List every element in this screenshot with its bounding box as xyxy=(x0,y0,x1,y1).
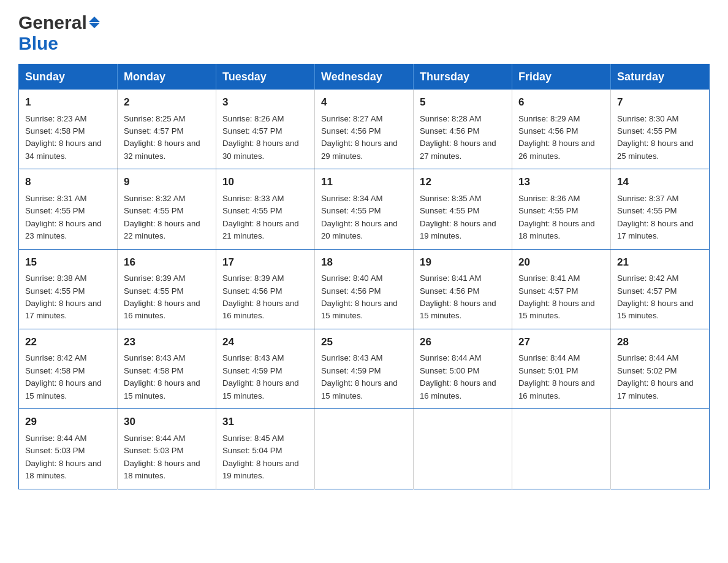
day-info: Sunrise: 8:41 AMSunset: 4:56 PMDaylight:… xyxy=(420,274,496,320)
calendar-cell: 24 Sunrise: 8:43 AMSunset: 4:59 PMDaylig… xyxy=(216,329,315,408)
calendar-cell xyxy=(315,409,414,489)
calendar-cell: 27 Sunrise: 8:44 AMSunset: 5:01 PMDaylig… xyxy=(512,329,611,408)
calendar-cell: 8 Sunrise: 8:31 AMSunset: 4:55 PMDayligh… xyxy=(19,169,118,249)
calendar-week-row: 1 Sunrise: 8:23 AMSunset: 4:58 PMDayligh… xyxy=(19,90,710,169)
day-info: Sunrise: 8:37 AMSunset: 4:55 PMDaylight:… xyxy=(617,194,694,240)
calendar-cell: 25 Sunrise: 8:43 AMSunset: 4:59 PMDaylig… xyxy=(315,329,414,408)
calendar-cell: 30 Sunrise: 8:44 AMSunset: 5:03 PMDaylig… xyxy=(118,409,216,489)
calendar-cell: 2 Sunrise: 8:25 AMSunset: 4:57 PMDayligh… xyxy=(118,90,216,169)
calendar-cell: 1 Sunrise: 8:23 AMSunset: 4:58 PMDayligh… xyxy=(19,90,118,169)
logo-general-text: General xyxy=(18,12,87,33)
calendar-cell: 6 Sunrise: 8:29 AMSunset: 4:56 PMDayligh… xyxy=(512,90,611,169)
day-info: Sunrise: 8:40 AMSunset: 4:56 PMDaylight:… xyxy=(321,274,398,320)
calendar-cell: 29 Sunrise: 8:44 AMSunset: 5:03 PMDaylig… xyxy=(19,409,118,489)
day-info: Sunrise: 8:43 AMSunset: 4:58 PMDaylight:… xyxy=(124,353,200,400)
day-number: 7 xyxy=(617,94,703,110)
calendar-cell: 20 Sunrise: 8:41 AMSunset: 4:57 PMDaylig… xyxy=(512,249,611,329)
day-number: 4 xyxy=(321,94,407,110)
calendar-cell: 3 Sunrise: 8:26 AMSunset: 4:57 PMDayligh… xyxy=(216,90,315,169)
calendar-cell: 23 Sunrise: 8:43 AMSunset: 4:58 PMDaylig… xyxy=(118,329,216,408)
day-info: Sunrise: 8:44 AMSunset: 5:02 PMDaylight:… xyxy=(617,353,694,400)
calendar-cell xyxy=(512,409,611,489)
day-number: 26 xyxy=(420,334,506,350)
day-info: Sunrise: 8:44 AMSunset: 5:01 PMDaylight:… xyxy=(518,353,595,400)
day-info: Sunrise: 8:42 AMSunset: 4:58 PMDaylight:… xyxy=(25,353,102,400)
logo: General Blue xyxy=(18,12,100,54)
calendar-cell: 12 Sunrise: 8:35 AMSunset: 4:55 PMDaylig… xyxy=(414,169,512,249)
calendar-cell xyxy=(611,409,710,489)
day-number: 19 xyxy=(420,255,506,270)
day-info: Sunrise: 8:38 AMSunset: 4:55 PMDaylight:… xyxy=(25,274,102,320)
day-number: 18 xyxy=(321,255,407,270)
calendar-week-row: 8 Sunrise: 8:31 AMSunset: 4:55 PMDayligh… xyxy=(19,169,710,249)
calendar-cell: 16 Sunrise: 8:39 AMSunset: 4:55 PMDaylig… xyxy=(118,249,216,329)
day-info: Sunrise: 8:34 AMSunset: 4:55 PMDaylight:… xyxy=(321,194,398,240)
day-info: Sunrise: 8:30 AMSunset: 4:55 PMDaylight:… xyxy=(617,114,694,161)
calendar-cell: 14 Sunrise: 8:37 AMSunset: 4:55 PMDaylig… xyxy=(611,169,710,249)
calendar-cell: 15 Sunrise: 8:38 AMSunset: 4:55 PMDaylig… xyxy=(19,249,118,329)
day-number: 3 xyxy=(222,94,308,110)
day-number: 12 xyxy=(420,174,506,190)
day-number: 2 xyxy=(124,94,210,110)
day-number: 10 xyxy=(222,174,308,190)
day-number: 31 xyxy=(222,414,308,430)
day-number: 5 xyxy=(420,94,506,110)
day-info: Sunrise: 8:28 AMSunset: 4:56 PMDaylight:… xyxy=(420,114,496,161)
day-info: Sunrise: 8:44 AMSunset: 5:03 PMDaylight:… xyxy=(25,434,102,480)
calendar-cell: 21 Sunrise: 8:42 AMSunset: 4:57 PMDaylig… xyxy=(611,249,710,329)
day-number: 21 xyxy=(617,255,703,270)
calendar-header-tuesday: Tuesday xyxy=(216,64,315,90)
logo-blue-text: Blue xyxy=(18,33,58,54)
day-number: 1 xyxy=(25,94,111,110)
calendar-header-saturday: Saturday xyxy=(611,64,710,90)
calendar-cell: 22 Sunrise: 8:42 AMSunset: 4:58 PMDaylig… xyxy=(19,329,118,408)
day-number: 17 xyxy=(222,255,308,270)
day-number: 15 xyxy=(25,255,111,270)
day-number: 23 xyxy=(124,334,210,350)
calendar-cell: 4 Sunrise: 8:27 AMSunset: 4:56 PMDayligh… xyxy=(315,90,414,169)
day-info: Sunrise: 8:39 AMSunset: 4:56 PMDaylight:… xyxy=(222,274,299,320)
calendar-header-thursday: Thursday xyxy=(414,64,512,90)
day-number: 20 xyxy=(518,255,604,270)
day-info: Sunrise: 8:25 AMSunset: 4:57 PMDaylight:… xyxy=(124,114,200,161)
day-number: 24 xyxy=(222,334,308,350)
calendar-header-friday: Friday xyxy=(512,64,611,90)
day-number: 16 xyxy=(124,255,210,270)
day-info: Sunrise: 8:39 AMSunset: 4:55 PMDaylight:… xyxy=(124,274,200,320)
calendar-cell: 10 Sunrise: 8:33 AMSunset: 4:55 PMDaylig… xyxy=(216,169,315,249)
calendar-table: SundayMondayTuesdayWednesdayThursdayFrid… xyxy=(18,64,710,489)
calendar-header-monday: Monday xyxy=(118,64,216,90)
day-number: 8 xyxy=(25,174,111,190)
day-info: Sunrise: 8:33 AMSunset: 4:55 PMDaylight:… xyxy=(222,194,299,240)
day-number: 9 xyxy=(124,174,210,190)
calendar-header-row: SundayMondayTuesdayWednesdayThursdayFrid… xyxy=(19,64,710,90)
day-info: Sunrise: 8:44 AMSunset: 5:00 PMDaylight:… xyxy=(420,353,496,400)
day-info: Sunrise: 8:43 AMSunset: 4:59 PMDaylight:… xyxy=(222,353,299,400)
calendar-cell: 9 Sunrise: 8:32 AMSunset: 4:55 PMDayligh… xyxy=(118,169,216,249)
calendar-week-row: 15 Sunrise: 8:38 AMSunset: 4:55 PMDaylig… xyxy=(19,249,710,329)
day-info: Sunrise: 8:36 AMSunset: 4:55 PMDaylight:… xyxy=(518,194,595,240)
day-info: Sunrise: 8:26 AMSunset: 4:57 PMDaylight:… xyxy=(222,114,299,161)
calendar-cell: 31 Sunrise: 8:45 AMSunset: 5:04 PMDaylig… xyxy=(216,409,315,489)
day-info: Sunrise: 8:31 AMSunset: 4:55 PMDaylight:… xyxy=(25,194,102,240)
day-info: Sunrise: 8:43 AMSunset: 4:59 PMDaylight:… xyxy=(321,353,398,400)
day-number: 13 xyxy=(518,174,604,190)
day-info: Sunrise: 8:41 AMSunset: 4:57 PMDaylight:… xyxy=(518,274,595,320)
calendar-header-wednesday: Wednesday xyxy=(315,64,414,90)
day-info: Sunrise: 8:44 AMSunset: 5:03 PMDaylight:… xyxy=(124,434,200,480)
calendar-cell: 26 Sunrise: 8:44 AMSunset: 5:00 PMDaylig… xyxy=(414,329,512,408)
day-number: 22 xyxy=(25,334,111,350)
calendar-cell: 17 Sunrise: 8:39 AMSunset: 4:56 PMDaylig… xyxy=(216,249,315,329)
day-number: 11 xyxy=(321,174,407,190)
calendar-cell: 28 Sunrise: 8:44 AMSunset: 5:02 PMDaylig… xyxy=(611,329,710,408)
day-info: Sunrise: 8:35 AMSunset: 4:55 PMDaylight:… xyxy=(420,194,496,240)
page-header: General Blue xyxy=(18,12,710,54)
day-number: 14 xyxy=(617,174,703,190)
day-number: 29 xyxy=(25,414,111,430)
day-info: Sunrise: 8:29 AMSunset: 4:56 PMDaylight:… xyxy=(518,114,595,161)
calendar-cell: 18 Sunrise: 8:40 AMSunset: 4:56 PMDaylig… xyxy=(315,249,414,329)
day-number: 28 xyxy=(617,334,703,350)
day-number: 30 xyxy=(124,414,210,430)
day-info: Sunrise: 8:42 AMSunset: 4:57 PMDaylight:… xyxy=(617,274,694,320)
calendar-cell: 11 Sunrise: 8:34 AMSunset: 4:55 PMDaylig… xyxy=(315,169,414,249)
